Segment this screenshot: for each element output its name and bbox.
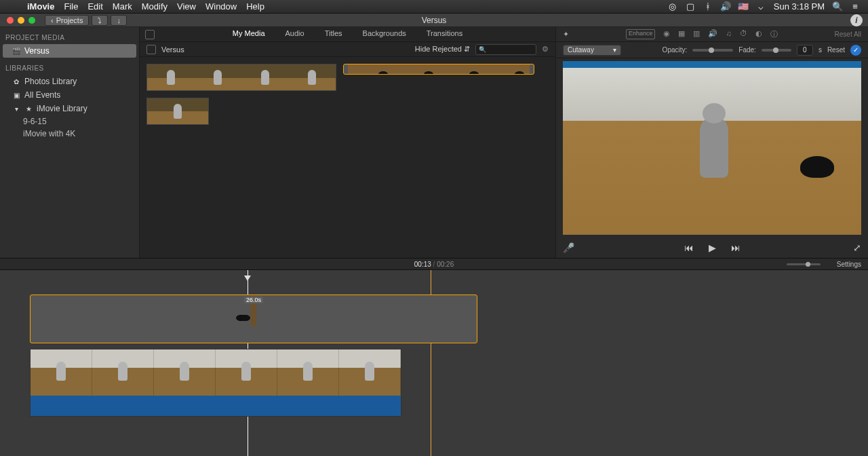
browser-search-input[interactable]: 🔍 (475, 44, 536, 55)
sidebar-photos-label: Photos Library (24, 77, 77, 86)
fade-value-field[interactable]: 0 (797, 45, 813, 56)
window-minimize-button[interactable] (18, 17, 24, 24)
adjust-tab-speed-icon[interactable]: ⏱ (740, 29, 747, 39)
voiceover-mic-icon[interactable]: 🎤 (563, 242, 574, 253)
sidebar-imovie-library[interactable]: ▾ ★ iMovie Library (0, 102, 139, 115)
adjust-tab-info-icon[interactable]: ⓘ (770, 29, 778, 39)
flag-icon[interactable]: 🇺🇸 (738, 1, 748, 12)
macos-menubar: iMovie File Edit Mark Modify View Window… (0, 0, 868, 14)
sidebar-photos-library[interactable]: ✿ Photos Library (0, 75, 139, 88)
timecode-current: 00:13 (414, 261, 431, 268)
browser-clip-2[interactable]: 26.0s (343, 64, 534, 75)
tab-titles[interactable]: Titles (322, 28, 345, 39)
menu-file[interactable]: File (64, 1, 78, 12)
spotlight-icon[interactable]: 🔍 (833, 1, 842, 12)
menubar-app[interactable]: iMovie (27, 1, 54, 12)
timeline-clip-duration: 26.0s (244, 297, 263, 303)
share-icon: ↓ (117, 16, 121, 24)
reset-all-button[interactable]: Reset All (835, 31, 861, 38)
airplay-icon[interactable]: ▢ (686, 1, 695, 12)
browser-tabs: My Media Audio Titles Backgrounds Transi… (140, 27, 555, 42)
menu-mark[interactable]: Mark (113, 1, 132, 12)
window-close-button[interactable] (7, 17, 14, 24)
photos-icon: ✿ (12, 78, 20, 86)
browser-toggle-button[interactable] (145, 30, 155, 39)
bluetooth-icon[interactable]: ᚼ (703, 1, 713, 12)
browser-settings-gear-icon[interactable]: ⚙ (542, 45, 549, 54)
window-title: Versus (422, 16, 447, 25)
timeline-clip-2[interactable] (30, 349, 401, 417)
adjust-tab-filter-icon[interactable]: ◐ (755, 29, 762, 39)
fade-unit: s (818, 46, 822, 54)
menubar-clock[interactable]: Sun 3:18 PM (774, 1, 825, 12)
preview-canvas[interactable] (563, 61, 861, 235)
star-icon: ★ (24, 105, 33, 113)
next-frame-button[interactable]: ⏭ (731, 242, 741, 253)
info-button[interactable]: i (850, 14, 863, 26)
timeline-header: 00:13 / 00:26 Settings (0, 258, 868, 270)
menu-modify[interactable]: Modify (142, 1, 167, 12)
sidebar-section-libraries: LIBRARIES (0, 62, 139, 75)
sidebar-project-label: Versus (24, 46, 50, 56)
tab-my-media[interactable]: My Media (230, 28, 268, 39)
preview-mouse (800, 156, 834, 178)
browser-clip-3[interactable] (146, 98, 209, 125)
fullscreen-icon[interactable]: ⤢ (853, 242, 861, 253)
timeline[interactable]: 26.0s (0, 270, 868, 456)
volume-icon[interactable]: 🔊 (721, 1, 730, 12)
hide-rejected-dropdown[interactable]: Hide Rejected ⇵ (415, 45, 470, 54)
adjust-tab-color-balance-icon[interactable]: Enhance (626, 29, 656, 39)
reset-button[interactable]: Reset (827, 46, 845, 54)
chevron-down-icon: ▾ (613, 46, 616, 54)
opacity-label: Opacity: (663, 46, 688, 54)
sidebar-project-versus[interactable]: 🎬 Versus (3, 44, 136, 58)
play-button[interactable]: ▶ (709, 242, 716, 253)
adjust-tab-noise-icon[interactable]: ♫ (726, 29, 731, 39)
tab-transitions[interactable]: Transitions (424, 28, 465, 39)
timeline-clip-1[interactable]: 26.0s (30, 294, 477, 343)
sidebar-events-label: All Events (24, 90, 60, 100)
wifi-icon[interactable]: ⌵ (756, 1, 766, 12)
prev-frame-button[interactable]: ⏮ (684, 242, 694, 253)
share-button[interactable]: ↓ (111, 15, 127, 26)
search-icon: 🔍 (479, 46, 486, 53)
do-not-disturb-icon[interactable]: ◎ (668, 1, 677, 12)
tab-audio[interactable]: Audio (283, 28, 307, 39)
clip-grid: 26.0s (140, 57, 555, 258)
preview-subject (700, 117, 728, 178)
back-label: Projects (56, 16, 83, 24)
overlay-mode-select[interactable]: Cutaway ▾ (563, 45, 621, 56)
notification-center-icon[interactable]: ≡ (850, 1, 860, 12)
window-zoom-button[interactable] (28, 17, 35, 24)
clapper-icon: 🎬 (12, 48, 20, 55)
menu-help[interactable]: Help (246, 1, 264, 12)
back-to-projects-button[interactable]: ‹ Projects (45, 15, 89, 26)
adjust-tab-crop-icon[interactable]: ▦ (678, 29, 685, 39)
opacity-slider[interactable] (692, 49, 733, 52)
sidebar-imovie-label: iMovie Library (37, 104, 87, 113)
timecode-total: 00:26 (437, 261, 454, 268)
sidebar-all-events[interactable]: ▣ All Events (0, 88, 139, 102)
enhance-wand-icon[interactable]: ✦ (563, 30, 569, 39)
timeline-settings-button[interactable]: Settings (837, 261, 861, 268)
zoom-slider[interactable] (787, 263, 821, 265)
adjust-tab-color-correction-icon[interactable]: ◉ (663, 29, 670, 39)
sidebar-section-project-media: PROJECT MEDIA (0, 31, 139, 44)
import-button[interactable]: ⤵ (92, 15, 108, 26)
menu-view[interactable]: View (177, 1, 196, 12)
import-icon: ⤵ (98, 16, 102, 24)
sidebar-event-9-6-15[interactable]: 9-6-15 (0, 115, 139, 128)
list-view-toggle[interactable] (146, 45, 156, 54)
apply-check-icon[interactable]: ✓ (850, 45, 861, 56)
adjust-tab-stabilize-icon[interactable]: ▥ (693, 29, 700, 39)
menu-window[interactable]: Window (205, 1, 237, 12)
fade-slider[interactable] (762, 49, 791, 52)
sidebar-event-4k[interactable]: iMovie with 4K (0, 128, 139, 140)
menu-edit[interactable]: Edit (87, 1, 102, 12)
disclosure-down-icon[interactable]: ▾ (12, 105, 20, 113)
browser-clip-1[interactable] (146, 64, 336, 91)
tab-backgrounds[interactable]: Backgrounds (360, 28, 409, 39)
media-browser: My Media Audio Titles Backgrounds Transi… (140, 27, 556, 258)
timeline-track-2 (30, 349, 401, 417)
adjust-tab-volume-icon[interactable]: 🔊 (708, 29, 717, 39)
